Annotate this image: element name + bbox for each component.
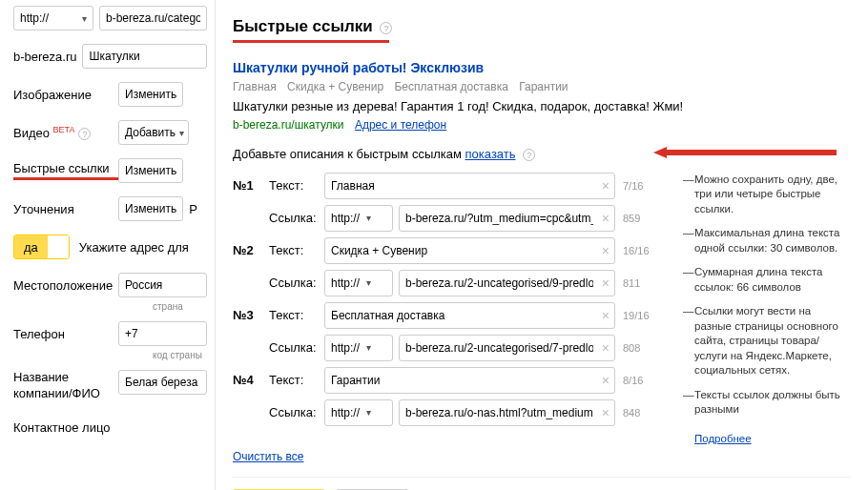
clear-icon[interactable]: × (602, 276, 610, 291)
text-counter: 19/16 (623, 310, 661, 321)
video-label: Видео BETA? (13, 125, 118, 140)
dialog-footer: Сохранить Отмена (233, 477, 851, 490)
sitelinks-label: Быстрые ссылки (13, 161, 118, 180)
sitelink-block-2: №2Текст:×16/16Ссылка:http://×811 (233, 237, 662, 296)
row-number: №1 (233, 178, 269, 193)
address-phone-link[interactable]: Адрес и телефон (355, 118, 446, 132)
tip-item: Суммарная длина текста ссылок: 66 символ… (683, 265, 851, 295)
toggle-hint: Укажите адрес для (79, 240, 189, 255)
location-sublabel: страна (153, 301, 207, 312)
protocol-select[interactable]: http:// (324, 205, 393, 232)
video-add-button[interactable]: Добавить (118, 120, 189, 145)
left-sidebar: http:// b-bereza.ru Изображение Изменить… (0, 0, 215, 454)
row-number: №3 (233, 308, 269, 322)
protocol-select[interactable]: http:// (13, 6, 93, 31)
url-input[interactable] (99, 6, 207, 31)
text-counter: 16/16 (623, 245, 661, 256)
clear-icon[interactable]: × (602, 405, 610, 420)
callouts-label: Уточнения (13, 202, 118, 216)
link-label: Ссылка: (269, 340, 320, 355)
sitelink-url-input[interactable] (399, 270, 615, 296)
panel-title: Быстрые ссылки (233, 17, 373, 36)
phone-input[interactable] (118, 321, 207, 346)
location-label: Местоположение (13, 278, 118, 293)
url-counter: 811 (623, 277, 661, 289)
ad-preview: Шкатулки ручной работы! Эксклюзив Главна… (233, 58, 851, 133)
preview-title: Шкатулки ручной работы! Эксклюзив (233, 58, 851, 78)
image-change-button[interactable]: Изменить (118, 82, 183, 107)
sitelinks-form: №1Текст:×7/16Ссылка:http://×859№2Текст:×… (233, 173, 662, 444)
clear-icon[interactable]: × (602, 243, 610, 258)
sitelink-url-input[interactable] (399, 205, 615, 232)
sitelink-block-3: №3Текст:×19/16Ссылка:http://×808 (233, 302, 662, 361)
clear-icon[interactable]: × (602, 211, 610, 226)
sitelink-text-input[interactable] (324, 367, 615, 394)
show-descriptions-link[interactable]: показать (465, 147, 516, 161)
link-label: Ссылка: (269, 211, 320, 225)
sitelink-text-input[interactable] (324, 302, 615, 329)
sitelink-url-input[interactable] (399, 335, 615, 361)
tips-panel: Можно сохранить одну, две, три или четыр… (662, 173, 851, 444)
text-label: Текст: (269, 178, 320, 193)
sitelink-block-1: №1Текст:×7/16Ссылка:http://×859 (233, 173, 662, 232)
more-info-link[interactable]: Подробнее (694, 433, 752, 444)
sitelink-text-input[interactable] (324, 173, 615, 199)
text-label: Текст: (269, 308, 320, 322)
sitelink-url-input[interactable] (399, 399, 615, 426)
help-icon[interactable]: ? (523, 149, 535, 161)
phone-label: Телефон (13, 327, 118, 341)
preview-sitelinks: Главная Скидка + Сувенир Бесплатная дост… (233, 78, 851, 95)
address-toggle[interactable]: да (13, 235, 70, 259)
clear-all-link[interactable]: Очистить все (233, 450, 303, 463)
domain-label: b-bereza.ru (13, 50, 76, 64)
protocol-select[interactable]: http:// (324, 335, 393, 361)
clear-icon[interactable]: × (602, 308, 610, 323)
company-label: Название компании/ФИО (13, 370, 118, 402)
text-counter: 7/16 (623, 180, 661, 192)
sitelink-block-4: №4Текст:×8/16Ссылка:http://×848 (233, 367, 662, 426)
arrow-annotation (648, 145, 848, 160)
clear-icon[interactable]: × (602, 373, 610, 388)
url-counter: 848 (623, 407, 661, 419)
text-label: Текст: (269, 373, 320, 387)
title-underline (233, 40, 389, 43)
text-label: Текст: (269, 243, 320, 257)
clear-icon[interactable]: × (602, 340, 610, 356)
url-counter: 808 (623, 342, 661, 354)
sitelink-text-input[interactable] (324, 237, 615, 264)
row-number: №2 (233, 243, 269, 257)
url-counter: 859 (623, 213, 661, 224)
row-number: №4 (233, 373, 269, 387)
protocol-select[interactable]: http:// (324, 399, 393, 426)
sitelinks-change-button[interactable]: Изменить (118, 158, 183, 183)
tip-item: Ссылки могут вести на разные страницы ос… (683, 304, 851, 378)
contact-label: Контактное лицо (13, 420, 118, 435)
image-label: Изображение (13, 88, 118, 102)
callouts-change-button[interactable]: Изменить (118, 196, 183, 221)
company-input[interactable] (118, 370, 207, 395)
preview-url: b-bereza.ru/шкатулки Адрес и телефон (233, 116, 851, 133)
display-path-input[interactable] (82, 44, 207, 69)
link-label: Ссылка: (269, 276, 320, 290)
link-label: Ссылка: (269, 405, 320, 419)
tip-item: Тексты ссылок должны быть разными (683, 388, 851, 418)
beta-badge: BETA (53, 125, 75, 134)
help-icon[interactable]: ? (78, 128, 91, 140)
tip-item: Максимальная длина текста одной ссылки: … (683, 226, 851, 255)
preview-description: Шкатулки резные из дерева! Гарантия 1 го… (233, 97, 851, 116)
clear-icon[interactable]: × (602, 178, 610, 194)
protocol-select[interactable]: http:// (324, 270, 393, 296)
help-icon[interactable]: ? (380, 22, 392, 34)
tip-item: Можно сохранить одну, две, три или четыр… (683, 173, 851, 217)
main-panel: Быстрые ссылки ? Шкатулки ручной работы!… (215, 0, 868, 490)
text-counter: 8/16 (623, 375, 661, 386)
phone-sublabel: код страны (153, 350, 207, 360)
location-input[interactable] (118, 273, 207, 297)
